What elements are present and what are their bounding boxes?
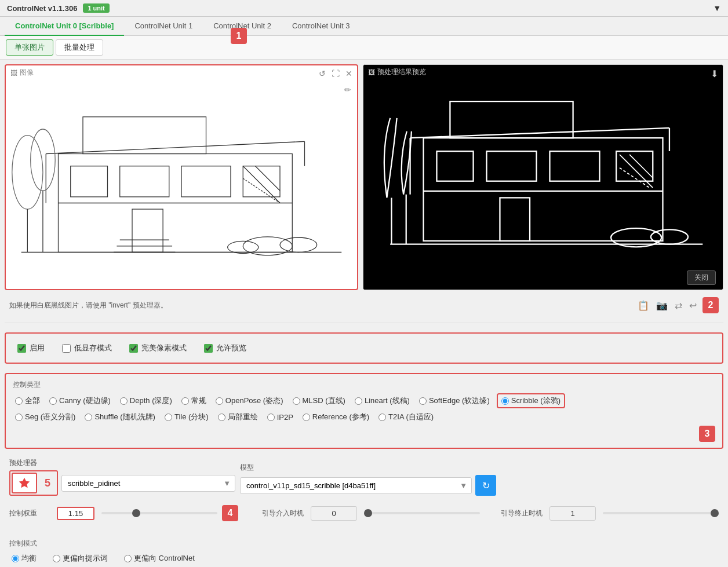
camera-icon-button[interactable]: 📷 <box>655 299 669 312</box>
radio-normal[interactable]: 常规 <box>179 393 209 408</box>
control-mode-section: 控制模式 均衡 更偏向提示词 更偏向 ControlNet <box>5 534 723 567</box>
download-button[interactable]: ⬇ <box>711 68 718 79</box>
allow-preview-checkbox[interactable] <box>204 344 213 353</box>
control-mode-balanced[interactable]: 均衡 <box>9 552 39 565</box>
preview-close-button[interactable]: 关闭 <box>687 270 716 285</box>
preprocessor-model-section: 预处理器 5 scribble_pidinet <box>5 456 723 498</box>
control-type-title: 控制类型 <box>13 380 715 390</box>
radio-all[interactable]: 全部 <box>13 393 42 408</box>
control-mode-controlnet[interactable]: 更偏向 ControlNet <box>122 552 197 565</box>
image-icon: 🖼 <box>10 69 17 77</box>
image-preview-area[interactable] <box>6 80 357 277</box>
svg-line-2 <box>46 141 304 153</box>
control-weight-slider-container: 4 <box>101 505 241 521</box>
annotation-4: 4 <box>222 505 238 521</box>
image-row: 🖼 图像 ↺ ⛶ ✕ ✏ <box>5 64 723 290</box>
pixel-perfect-checkbox[interactable] <box>129 344 138 353</box>
radio-inpaint[interactable]: 局部重绘 <box>216 411 260 423</box>
fullscreen-button[interactable]: ⛶ <box>330 68 341 79</box>
annotation-3: 3 <box>699 426 715 442</box>
radio-scribble[interactable]: Scribble (涂鸦) <box>497 393 565 408</box>
send-icon-button[interactable]: ↩ <box>688 299 698 312</box>
control-weight-row: 控制权重 1.15 4 引导介入时机 0 引导终止时机 1 <box>9 505 719 521</box>
svg-rect-5 <box>71 166 108 197</box>
radio-shuffle[interactable]: Shuffle (随机洗牌) <box>82 411 158 423</box>
close-image-button[interactable]: ✕ <box>344 68 354 79</box>
radio-softedge[interactable]: SoftEdge (软边缘) <box>417 393 492 408</box>
radio-openpose[interactable]: OpenPose (姿态) <box>213 393 286 408</box>
svg-rect-14 <box>83 117 206 154</box>
svg-line-20 <box>256 166 281 191</box>
model-select-wrapper: control_v11p_sd15_scribble [d4ba51ff] ▼ <box>240 477 472 494</box>
sub-tab-single[interactable]: 单张图片 <box>6 39 53 56</box>
enable-checkbox[interactable] <box>17 344 26 353</box>
swap-icon-button[interactable]: ⇄ <box>674 299 683 312</box>
preprocessor-col: 预处理器 5 scribble_pidinet <box>9 458 235 496</box>
tab-unit0[interactable]: ControlNet Unit 0 [Scribble] <box>5 17 124 36</box>
preprocessor-select[interactable]: scribble_pidinet <box>61 475 235 492</box>
annotation-5: 5 <box>39 475 56 491</box>
star-button[interactable] <box>12 473 37 493</box>
radio-canny[interactable]: Canny (硬边缘) <box>47 393 113 408</box>
radio-reference[interactable]: Reference (参考) <box>300 411 372 423</box>
svg-point-38 <box>651 229 688 244</box>
tab-unit2[interactable]: ControlNet Unit 2 <box>203 17 282 36</box>
hint-row: 如果使用白底黑线图片，请使用 "invert" 预处理器。 📋 📷 ⇄ ↩ 2 <box>5 295 723 316</box>
preview-image-area <box>363 65 723 290</box>
model-select[interactable]: control_v11p_sd15_scribble [d4ba51ff] <box>240 477 472 494</box>
image-panel: 🖼 图像 ↺ ⛶ ✕ ✏ <box>5 64 358 290</box>
preview-panel-header: 🖼 预处理结果预览 <box>363 65 723 79</box>
guidance-end-slider[interactable] <box>603 512 719 514</box>
model-label: 模型 <box>240 463 496 473</box>
radio-seg[interactable]: Seg (语义分割) <box>13 411 78 423</box>
guidance-start-slider[interactable] <box>364 512 480 514</box>
preprocessor-label: 预处理器 <box>9 458 235 468</box>
guidance-start-value: 0 <box>311 506 357 521</box>
svg-line-21 <box>243 178 280 203</box>
radio-lineart[interactable]: Lineart (线稿) <box>352 393 412 408</box>
radio-tile[interactable]: Tile (分块) <box>162 411 211 423</box>
options-section: 启用 低显存模式 完美像素模式 允许预览 <box>5 332 723 364</box>
sub-tab-batch[interactable]: 批量处理 <box>56 39 103 56</box>
control-type-section: 控制类型 全部 Canny (硬边缘) Depth (深度) 常规 OpenPo… <box>5 373 723 449</box>
refresh-model-button[interactable]: ↻ <box>475 475 496 496</box>
radio-mlsd[interactable]: MLSD (直线) <box>290 393 348 408</box>
control-weight-slider[interactable] <box>101 512 217 514</box>
allow-preview-checkbox-item[interactable]: 允许预览 <box>204 343 246 353</box>
low-vram-checkbox-item[interactable]: 低显存模式 <box>62 343 112 353</box>
svg-point-15 <box>12 136 43 210</box>
preview-label: 预处理结果预览 <box>377 67 426 77</box>
control-mode-options: 均衡 更偏向提示词 更偏向 ControlNet <box>9 552 719 565</box>
image-panel-tools: ↺ ⛶ ✕ <box>318 68 354 79</box>
model-col: 模型 control_v11p_sd15_scribble [d4ba51ff]… <box>240 463 496 496</box>
radio-ip2p[interactable]: IP2P <box>265 411 296 423</box>
control-mode-prompt[interactable]: 更偏向提示词 <box>50 552 110 565</box>
main-tabs: ControlNet Unit 0 [Scribble] ControlNet … <box>0 17 728 36</box>
radio-depth[interactable]: Depth (深度) <box>118 393 174 408</box>
svg-rect-6 <box>120 166 169 197</box>
preprocessor-select-wrapper: scribble_pidinet ▼ <box>61 475 235 492</box>
radio-t2ia[interactable]: T2IA (自适应) <box>376 411 436 423</box>
dropdown-arrow-icon[interactable]: ▼ <box>713 3 721 13</box>
guidance-end-label: 引导终止时机 <box>501 509 543 518</box>
pixel-perfect-checkbox-item[interactable]: 完美像素模式 <box>129 343 187 353</box>
sliders-section: 控制权重 1.15 4 引导介入时机 0 引导终止时机 1 <box>5 503 723 529</box>
annotation-2: 2 <box>702 297 719 313</box>
enable-checkbox-item[interactable]: 启用 <box>17 343 45 353</box>
reset-button[interactable]: ↺ <box>318 68 327 79</box>
guidance-end-value: 1 <box>549 506 596 521</box>
low-vram-checkbox[interactable] <box>62 344 71 353</box>
tab-unit1[interactable]: ControlNet Unit 1 <box>124 17 203 36</box>
control-weight-value: 1.15 <box>57 507 94 520</box>
sub-tabs: 单张图片 批量处理 <box>0 36 728 60</box>
pixel-perfect-label: 完美像素模式 <box>141 343 187 353</box>
tab-unit3[interactable]: ControlNet Unit 3 <box>282 17 361 36</box>
svg-line-43 <box>620 168 650 188</box>
control-type-row1: 全部 Canny (硬边缘) Depth (深度) 常规 OpenPose (姿… <box>13 393 715 408</box>
control-mode-title: 控制模式 <box>9 539 719 548</box>
edit-icon-button[interactable]: 📋 <box>636 299 650 312</box>
guidance-start-label: 引导介入时机 <box>262 509 304 518</box>
draw-button[interactable]: ✏ <box>343 84 352 96</box>
svg-rect-30 <box>436 151 473 181</box>
checkboxes-row: 启用 低显存模式 完美像素模式 允许预览 <box>13 339 715 357</box>
